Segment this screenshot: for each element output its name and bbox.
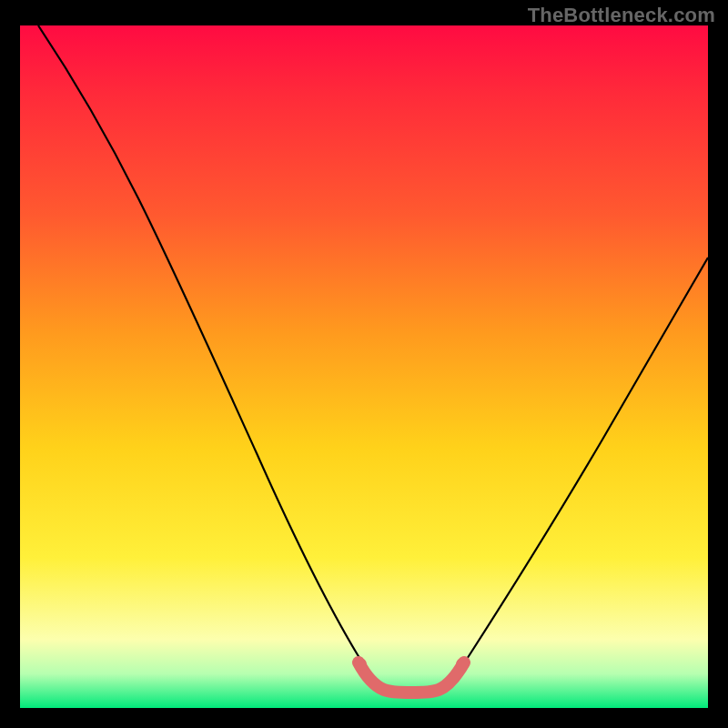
bottleneck-curve [38, 25, 708, 691]
watermark-text: TheBottleneck.com [528, 4, 715, 27]
plot-area [20, 25, 708, 708]
highlight-end-right [456, 658, 469, 671]
chart-frame: TheBottleneck.com [0, 0, 728, 728]
highlight-end-left [354, 658, 367, 671]
highlight-segment [359, 662, 464, 693]
chart-overlay [20, 25, 708, 708]
